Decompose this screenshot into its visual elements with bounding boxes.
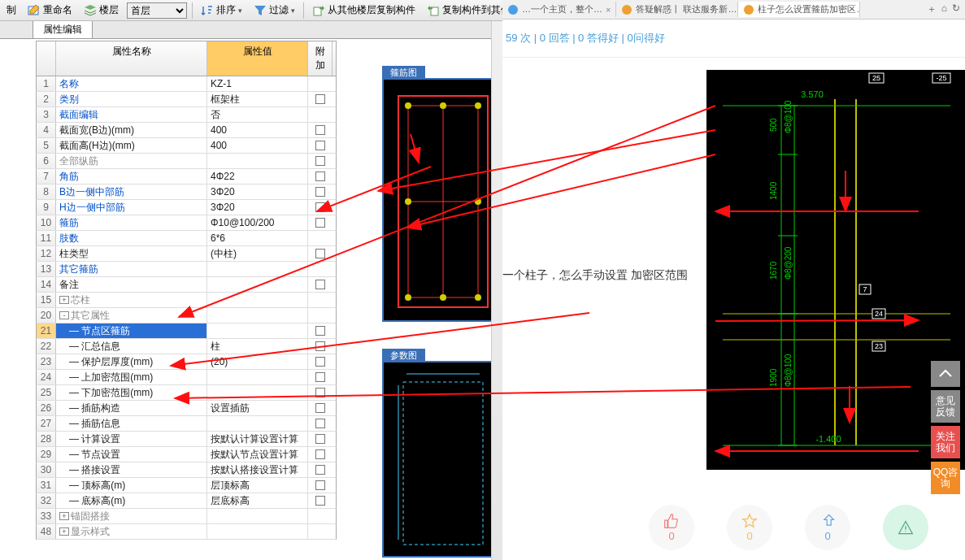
close-icon[interactable]: × — [606, 5, 611, 15]
checkbox[interactable] — [315, 419, 325, 428]
copy-from-floor-button[interactable]: 从其他楼层复制构件 — [309, 2, 419, 19]
row-value[interactable]: 按默认计算设置计算 — [207, 432, 308, 446]
refresh-button[interactable]: ↻ — [952, 2, 960, 16]
report-button[interactable] — [883, 505, 928, 550]
row-value[interactable] — [207, 416, 308, 431]
row-value[interactable] — [207, 293, 308, 307]
table-row[interactable]: 30 — 搭接设置按默认搭接设置计算 — [36, 462, 337, 478]
table-row[interactable]: 8B边一侧中部筋3Φ20 — [36, 184, 337, 200]
row-value[interactable]: 4Φ22 — [207, 169, 308, 184]
table-row[interactable]: 20-其它属性 — [36, 308, 337, 323]
table-row[interactable]: 10箍筋Φ10@100/200 — [36, 215, 337, 231]
table-row[interactable]: 7角筋4Φ22 — [36, 169, 337, 184]
table-row[interactable]: 22 — 汇总信息柱 — [36, 339, 337, 354]
row-value[interactable]: 框架柱 — [207, 92, 308, 106]
checkbox[interactable] — [315, 465, 325, 475]
table-row[interactable]: 21 — 节点区箍筋 — [36, 323, 337, 339]
row-value[interactable] — [207, 262, 308, 276]
checkbox[interactable] — [315, 341, 325, 351]
row-value[interactable] — [207, 277, 308, 292]
row-value[interactable]: (中柱) — [207, 246, 308, 261]
row-value[interactable] — [207, 385, 308, 400]
row-value[interactable] — [207, 524, 308, 539]
table-row[interactable]: 12柱类型(中柱) — [36, 246, 337, 262]
row-value[interactable]: Φ10@100/200 — [207, 215, 308, 230]
table-row[interactable]: 31 — 顶标高(m)层顶标高 — [36, 478, 337, 493]
checkbox[interactable] — [315, 480, 325, 490]
table-row[interactable]: 29 — 节点设置按默认节点设置计算 — [36, 447, 337, 462]
checkbox[interactable] — [315, 434, 325, 444]
new-tab-button[interactable]: ＋ — [927, 2, 937, 16]
table-row[interactable]: 13其它箍筋 — [36, 262, 337, 277]
checkbox[interactable] — [315, 280, 325, 289]
checkbox[interactable] — [315, 187, 325, 197]
checkbox[interactable] — [315, 357, 325, 367]
table-row[interactable]: 24 — 上加密范围(mm) — [36, 370, 337, 385]
table-row[interactable]: 3截面编辑否 — [36, 107, 337, 123]
table-row[interactable]: 4截面宽(B边)(mm)400 — [36, 123, 337, 138]
table-row[interactable]: 48+显示样式 — [36, 524, 337, 540]
home-button[interactable]: ⌂ — [941, 2, 947, 16]
row-value[interactable] — [207, 308, 308, 323]
browser-tab-3[interactable]: 柱子怎么设置箍筋加密区… × — [738, 2, 860, 17]
row-value[interactable]: 400 — [207, 138, 308, 153]
checkbox[interactable] — [315, 171, 325, 181]
table-row[interactable]: 26 — 插筋构造设置插筋 — [36, 401, 337, 416]
expand-icon[interactable]: + — [59, 296, 69, 304]
row-value[interactable] — [207, 323, 308, 338]
filter-button[interactable]: 过滤 ▾ — [250, 2, 298, 19]
checkbox[interactable] — [315, 388, 325, 397]
like-button[interactable]: 0 — [649, 505, 694, 550]
table-row[interactable]: 27 — 插筋信息 — [36, 416, 337, 432]
browser-tab-1[interactable]: …一个主页，整个… × — [502, 2, 616, 17]
table-row[interactable]: 1名称KZ-1 — [36, 76, 337, 92]
row-value[interactable]: 层顶标高 — [207, 478, 308, 493]
row-value[interactable] — [207, 370, 308, 384]
sort-button[interactable]: 排序 ▾ — [198, 2, 246, 19]
row-value[interactable]: 按默认节点设置计算 — [207, 447, 308, 462]
row-value[interactable]: KZ-1 — [207, 76, 308, 91]
expand-icon[interactable]: + — [59, 527, 69, 536]
checkbox[interactable] — [315, 94, 325, 104]
property-edit-tab[interactable]: 属性编辑 — [33, 21, 93, 38]
table-row[interactable]: 23 — 保护层厚度(mm)(20) — [36, 354, 337, 370]
table-row[interactable]: 28 — 计算设置按默认计算设置计算 — [36, 432, 337, 447]
checkbox[interactable] — [315, 125, 325, 135]
table-row[interactable]: 2类别框架柱 — [36, 92, 337, 107]
row-value[interactable]: 柱 — [207, 339, 308, 354]
feedback-button[interactable]: 意见反馈 — [931, 390, 960, 423]
star-button[interactable]: 0 — [727, 505, 772, 550]
row-value[interactable]: (20) — [207, 354, 308, 369]
scrollbar[interactable] — [491, 21, 502, 560]
checkbox[interactable] — [315, 218, 325, 228]
table-row[interactable]: 9H边一侧中部筋3Φ20 — [36, 200, 337, 215]
checkbox[interactable] — [315, 326, 325, 336]
checkbox[interactable] — [315, 141, 325, 150]
table-row[interactable]: 33+锚固搭接 — [36, 509, 337, 524]
checkbox[interactable] — [315, 372, 325, 382]
table-row[interactable]: 6全部纵筋 — [36, 154, 337, 169]
row-value[interactable]: 按默认搭接设置计算 — [207, 462, 308, 477]
floor-select[interactable]: 首层 — [127, 2, 187, 19]
row-value[interactable]: 层底标高 — [207, 493, 308, 508]
table-row[interactable]: 14备注 — [36, 277, 337, 293]
table-row[interactable]: 32 — 底标高(m)层底标高 — [36, 493, 337, 509]
table-row[interactable]: 25 — 下加密范围(mm) — [36, 385, 337, 401]
copy-button[interactable]: 制 — [3, 2, 20, 19]
table-row[interactable]: 15+芯柱 — [36, 293, 337, 308]
qq-button[interactable]: QQ咨询 — [931, 462, 960, 494]
collapse-icon[interactable]: - — [59, 311, 69, 319]
checkbox[interactable] — [315, 202, 325, 212]
follow-button[interactable]: 关注我们 — [931, 426, 960, 458]
table-row[interactable]: 5截面高(H边)(mm)400 — [36, 138, 337, 154]
checkbox[interactable] — [315, 249, 325, 258]
row-value[interactable] — [207, 154, 308, 168]
checkbox[interactable] — [315, 449, 325, 459]
browser-tab-2[interactable]: 答疑解惑丨 联达服务新… × — [616, 2, 738, 17]
table-row[interactable]: 11肢数6*6 — [36, 231, 337, 246]
checkbox[interactable] — [315, 496, 325, 506]
checkbox[interactable] — [315, 156, 325, 166]
share-button[interactable]: 0 — [805, 505, 850, 550]
checkbox[interactable] — [315, 403, 325, 413]
row-value[interactable]: 3Φ20 — [207, 200, 308, 215]
